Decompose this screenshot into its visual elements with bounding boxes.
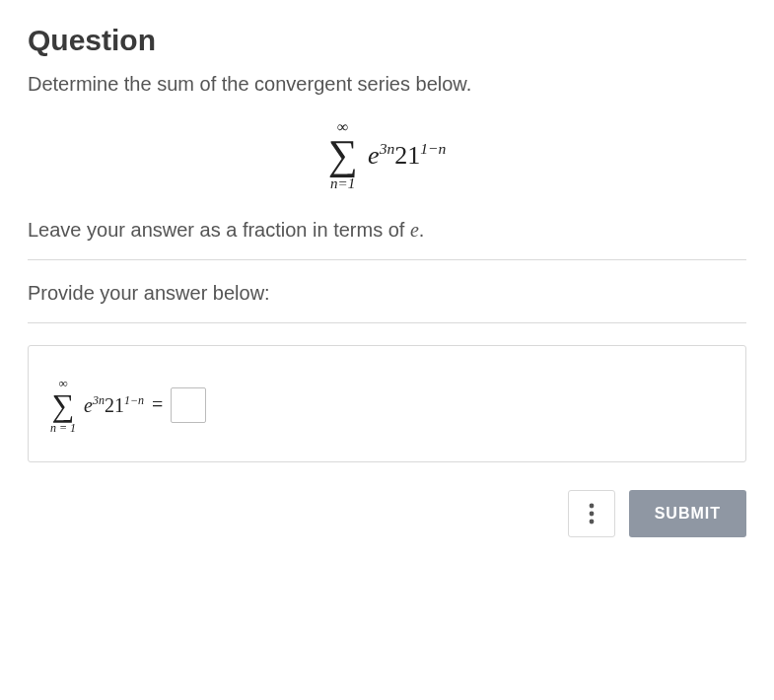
section-divider-2 <box>28 322 746 323</box>
answer-term-exp-1minusn: 1−n <box>124 393 144 407</box>
answer-term-exp-3n: 3n <box>93 393 105 407</box>
term-exp-3n: 3n <box>380 140 395 157</box>
question-title: Question <box>28 24 746 57</box>
answer-instruction: Leave your answer as a fraction in terms… <box>28 219 746 242</box>
term-base-e: e <box>368 141 380 170</box>
sum-lower-limit: n=1 <box>330 176 355 191</box>
answer-sum-lower: n = 1 <box>50 422 76 434</box>
answer-area: ∞ ∑ n = 1 e3n211−n = <box>28 345 746 462</box>
svg-point-0 <box>589 503 594 508</box>
answer-term-base-e: e <box>84 394 93 416</box>
answer-term-base-21: 21 <box>105 394 124 416</box>
answer-input[interactable] <box>171 387 206 423</box>
term-base-21: 21 <box>394 141 420 170</box>
equals-sign: = <box>152 393 163 416</box>
svg-point-1 <box>589 511 594 516</box>
more-vertical-icon <box>589 503 595 525</box>
more-options-button[interactable] <box>568 490 615 537</box>
answer-expression: ∞ ∑ n = 1 e3n211−n = <box>50 377 206 434</box>
series-expression: ∞ ∑ n=1 e3n211−n <box>28 119 746 191</box>
answer-heading: Provide your answer below: <box>28 282 746 305</box>
button-row: SUBMIT <box>28 490 746 537</box>
answer-sigma-symbol: ∑ <box>52 391 75 420</box>
question-prompt: Determine the sum of the convergent seri… <box>28 73 746 96</box>
svg-point-2 <box>589 519 594 524</box>
term-exp-1minusn: 1−n <box>420 140 446 157</box>
section-divider <box>28 259 746 260</box>
submit-button[interactable]: SUBMIT <box>629 490 746 537</box>
sigma-symbol: ∑ <box>328 137 358 175</box>
